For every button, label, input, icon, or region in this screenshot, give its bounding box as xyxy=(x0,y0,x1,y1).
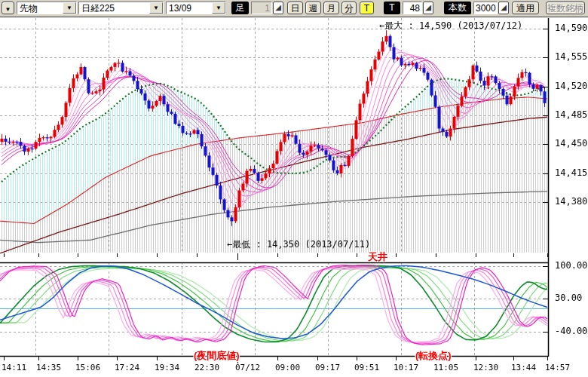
y-axis-label: 14,485 xyxy=(555,109,587,120)
period-tick-button[interactable]: T xyxy=(360,2,374,14)
y-axis-label: 14,590 xyxy=(555,23,587,33)
x-axis-label: 11:05 xyxy=(433,363,458,372)
y-axis-label: 14,520 xyxy=(555,81,587,91)
osc-axis-label: 100.00 xyxy=(555,260,587,271)
period-day-button[interactable]: 日 xyxy=(287,2,303,14)
chevron-down-icon: ▼ xyxy=(5,6,11,13)
toolbar: ▼ 先物 ▼ 日経225 ▼ 13/09 ▼ 足 1 ◢ 日 週 月 分 T T… xyxy=(0,0,588,17)
x-axis-label: 14:57 xyxy=(545,363,570,372)
x-axis-label: 09:51 xyxy=(354,363,379,372)
x-axis-label: 14:35 xyxy=(36,363,61,372)
category-combobox[interactable]: 先物 ▼ xyxy=(17,2,77,14)
min-annotation: ←最低 : 14,350 (2013/07/11) xyxy=(227,238,370,251)
x-axis-label: 10:17 xyxy=(394,363,418,372)
x-axis-label: 07/12 xyxy=(235,363,260,372)
x-axis-label: 09:17 xyxy=(315,363,340,372)
chevron-down-icon[interactable]: ▼ xyxy=(149,2,163,14)
tick-count-label: T xyxy=(384,2,400,14)
y-axis-label: 14,380 xyxy=(555,196,587,207)
spin-button[interactable]: ◢ xyxy=(273,2,283,14)
multi-symbol-button[interactable]: 複数銘柄 xyxy=(546,2,585,14)
x-axis-label: 14:11 xyxy=(2,363,26,372)
osc-axis-label: -40.00 xyxy=(555,326,587,336)
spin-button[interactable]: ◢ xyxy=(423,2,433,14)
period-minute-button[interactable]: 分 xyxy=(341,2,357,14)
bar-interval-input[interactable]: 1 xyxy=(251,2,272,14)
max-annotation: ←最大 : 14,590 (2013/07/12) xyxy=(379,20,522,32)
category-value: 先物 xyxy=(17,2,63,14)
chart-canvas[interactable] xyxy=(0,0,588,377)
symbol-value: 日経225 xyxy=(79,2,149,14)
y-axis-label: 14,450 xyxy=(555,138,587,149)
x-axis-label: 09:00 xyxy=(275,363,300,372)
x-axis-label: 17:24 xyxy=(115,363,139,372)
period-week-button[interactable]: 週 xyxy=(305,2,321,14)
x-axis-label: 13:44 xyxy=(511,363,536,372)
ceiling-annotation: 天井 xyxy=(368,250,387,264)
x-axis-label: 12:30 xyxy=(473,363,498,372)
chart-window: ▼ 先物 ▼ 日経225 ▼ 13/09 ▼ 足 1 ◢ 日 週 月 分 T T… xyxy=(0,0,588,377)
chevron-down-icon[interactable]: ▼ xyxy=(212,2,225,14)
period-month-button[interactable]: 月 xyxy=(323,2,339,14)
x-axis-label: 15:06 xyxy=(75,363,100,372)
tick-count-input[interactable]: 48 xyxy=(403,2,422,14)
turning-point-annotation: (転換点) xyxy=(415,349,452,363)
night-low-annotation: (夜間底値) xyxy=(194,349,240,363)
x-axis-label: 22:30 xyxy=(194,363,219,372)
bar-count-input[interactable]: 3000 xyxy=(473,2,498,14)
y-axis-label: 14,555 xyxy=(555,51,587,62)
apply-button[interactable]: 適用 xyxy=(512,2,539,14)
bar-count-label: 本数 xyxy=(444,2,471,14)
left-dropdown-button[interactable]: ▼ xyxy=(2,2,14,14)
contract-month-value: 13/09 xyxy=(167,2,212,14)
bar-type-label: 足 xyxy=(231,2,249,14)
osc-axis-label: 30.00 xyxy=(555,293,582,303)
symbol-combobox[interactable]: 日経225 ▼ xyxy=(78,2,164,14)
x-axis-label: 19:34 xyxy=(155,363,179,372)
spin-button[interactable]: ◢ xyxy=(498,2,509,14)
y-axis-label: 14,415 xyxy=(555,167,587,178)
chevron-down-icon[interactable]: ▼ xyxy=(63,2,76,14)
contract-month-combobox[interactable]: 13/09 ▼ xyxy=(166,2,226,14)
